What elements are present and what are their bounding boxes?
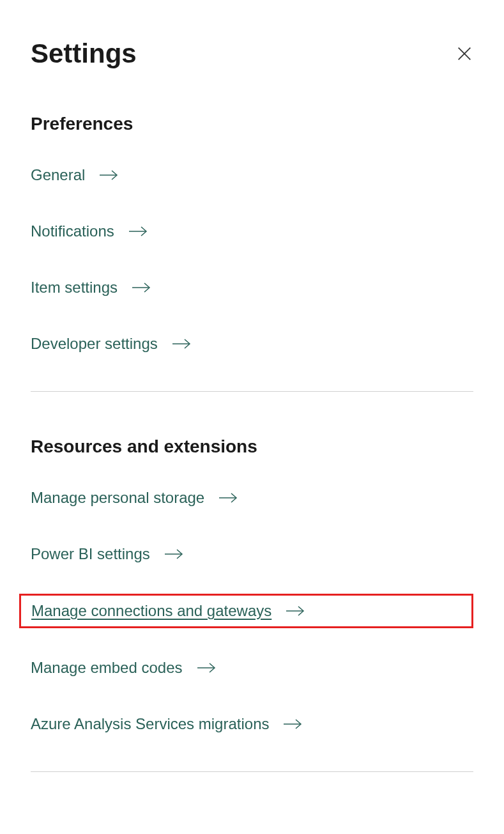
arrow-right-icon [197,661,216,674]
link-label: General [31,166,85,184]
link-label: Notifications [31,222,114,240]
settings-header: Settings [31,38,473,69]
link-power-bi-settings[interactable]: Power BI settings [31,545,183,563]
link-label: Azure Analysis Services migrations [31,715,269,733]
arrow-right-icon [128,225,148,238]
section-divider [31,771,473,772]
arrow-right-icon [164,548,183,560]
arrow-right-icon [172,337,191,350]
link-manage-personal-storage[interactable]: Manage personal storage [31,489,238,507]
link-label: Power BI settings [31,545,150,563]
section-heading-preferences: Preferences [31,114,473,134]
close-icon[interactable] [455,45,473,63]
page-title: Settings [31,38,137,69]
highlighted-box: Manage connections and gateways [19,594,473,628]
arrow-right-icon [99,169,118,181]
arrow-right-icon [283,718,302,730]
section-heading-resources: Resources and extensions [31,436,473,457]
link-item-settings[interactable]: Item settings [31,279,151,297]
link-manage-embed-codes[interactable]: Manage embed codes [31,659,216,677]
link-notifications[interactable]: Notifications [31,222,148,240]
link-developer-settings[interactable]: Developer settings [31,335,191,353]
arrow-right-icon [286,605,305,617]
link-manage-connections-gateways[interactable]: Manage connections and gateways [31,602,305,620]
link-label: Manage embed codes [31,659,183,677]
link-label: Manage connections and gateways [31,602,271,620]
arrow-right-icon [132,281,151,294]
link-label: Item settings [31,279,118,297]
link-label: Developer settings [31,335,158,353]
link-azure-analysis-services-migrations[interactable]: Azure Analysis Services migrations [31,715,302,733]
arrow-right-icon [218,491,238,504]
link-label: Manage personal storage [31,489,204,507]
link-general[interactable]: General [31,166,118,184]
section-divider [31,391,473,392]
